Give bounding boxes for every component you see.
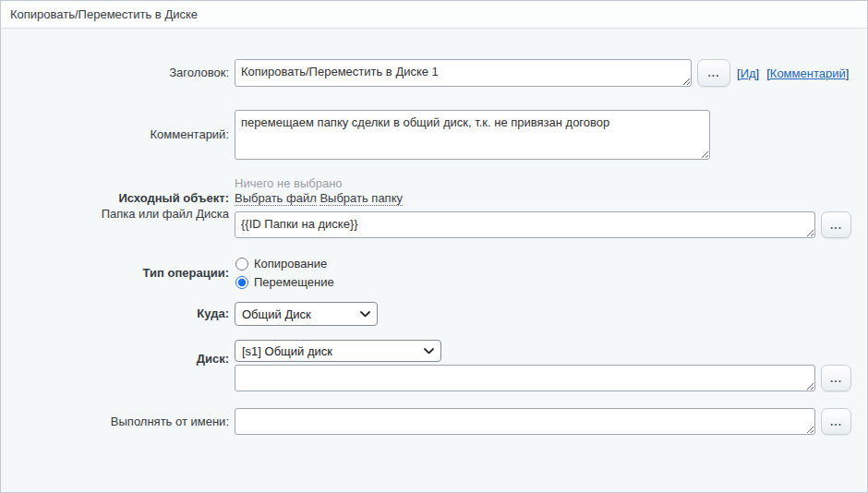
chevron-down-icon: [424, 348, 434, 355]
choose-folder-link[interactable]: Выбрать папку: [319, 191, 403, 206]
bracket-close: ]: [846, 66, 850, 80]
choose-file-link[interactable]: Выбрать файл: [235, 191, 317, 206]
source-object-more-button[interactable]: ...: [821, 211, 851, 238]
comment-label: Комментарий:: [1, 127, 229, 141]
nothing-selected-text: Ничего не выбрано: [235, 176, 343, 190]
comment-input[interactable]: перемещаем папку сделки в общий диск, т.…: [235, 110, 710, 160]
operation-copy-option[interactable]: Копирование: [235, 257, 327, 271]
title-input[interactable]: Копировать/Переместить в Диске 1: [235, 59, 692, 87]
chevron-down-icon: [360, 311, 370, 318]
copy-radio-label[interactable]: Копирование: [254, 257, 327, 271]
copy-radio[interactable]: [235, 258, 248, 271]
source-object-input[interactable]: {{ID Папки на диске}}: [235, 211, 815, 238]
title-more-button[interactable]: ...: [697, 59, 730, 87]
disk-more-button[interactable]: ...: [821, 365, 851, 391]
comment-link[interactable]: Комментарий: [770, 66, 846, 80]
dialog-title: Копировать/Переместить в Диске: [10, 7, 198, 21]
disk-label: Диск:: [1, 352, 229, 366]
bracket-close: ]: [756, 66, 760, 80]
disk-select-value: [s1] Общий диск: [242, 344, 332, 358]
disk-input[interactable]: [235, 365, 815, 391]
title-links: [Ид][Комментарий]: [737, 66, 849, 80]
workflow-action-dialog: Копировать/Переместить в Диске Заголовок…: [0, 0, 868, 493]
title-label: Заголовок:: [1, 66, 229, 79]
target-select-value: Общий Диск: [242, 307, 311, 321]
run-as-label: Выполнять от имени:: [1, 415, 229, 428]
move-radio[interactable]: [235, 276, 248, 289]
source-object-label: Исходный объект:: [1, 191, 229, 205]
dialog-header: Копировать/Переместить в Диске: [1, 1, 867, 29]
run-as-input[interactable]: [235, 408, 815, 435]
run-as-more-button[interactable]: ...: [821, 408, 851, 435]
operation-move-option[interactable]: Перемещение: [235, 275, 334, 289]
id-link[interactable]: Ид: [741, 66, 756, 80]
operation-type-label: Тип операции:: [1, 266, 229, 280]
disk-select[interactable]: [s1] Общий диск: [235, 340, 441, 362]
source-choose-links: Выбрать файл Выбрать папку: [235, 191, 403, 205]
target-select[interactable]: Общий Диск: [235, 302, 378, 326]
move-radio-label[interactable]: Перемещение: [254, 275, 334, 289]
target-label: Куда:: [1, 307, 229, 320]
source-object-sublabel: Папка или файл Диска: [1, 207, 229, 221]
